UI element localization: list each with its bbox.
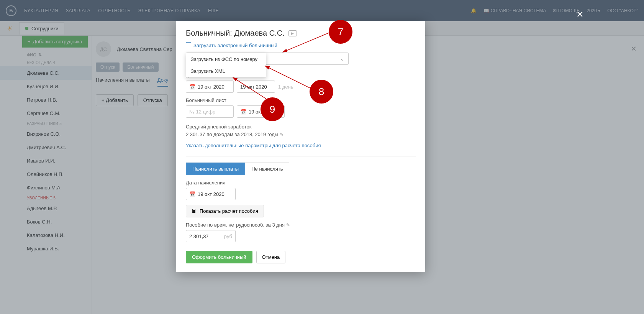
extra-params-link[interactable]: Указать дополнительные параметры для рас…	[186, 143, 321, 148]
avg-earnings-value: 2 301,37 по доходам за 2018, 2019 годы	[186, 132, 278, 137]
dialog-title: Больничный: Дюмаева С.С. ▶	[186, 29, 416, 38]
accrue-date-input[interactable]: 📅19 окт 2020	[186, 188, 236, 200]
divider	[186, 156, 416, 156]
benefit-amount-input[interactable]: 2 301,37руб	[186, 230, 236, 242]
chevron-down-icon: ⌄	[340, 56, 344, 62]
cancel-button[interactable]: Отмена	[256, 251, 286, 263]
submit-button[interactable]: Оформить больничный	[186, 251, 252, 263]
sheet-number-input[interactable]: № 12 цифр	[186, 105, 234, 118]
calendar-icon: 📅	[189, 191, 195, 197]
dd-load-xml[interactable]: Загрузить XML	[186, 65, 266, 77]
load-eln-row: Загрузить электронный больничный ⌄ Загру…	[186, 42, 416, 65]
calculator-icon: 🖩	[192, 208, 197, 214]
days-count: 1 день	[278, 84, 293, 90]
date-from-input[interactable]: 📅19 окт 2020	[186, 81, 234, 93]
accrue-date-label: Дата начисления	[186, 180, 416, 186]
edit-icon[interactable]: ✎	[286, 222, 290, 228]
load-dropdown: Загрузить из ФСС по номеру Загрузить XML	[186, 53, 266, 77]
dialog-close-icon[interactable]: ×	[577, 8, 583, 21]
sheet-label: Больничный лист	[186, 97, 416, 103]
edit-icon[interactable]: ✎	[280, 132, 283, 137]
avg-earnings-label: Средний дневной заработок	[186, 123, 416, 131]
load-eln-link[interactable]: Загрузить электронный больничный	[186, 42, 277, 48]
document-icon	[186, 42, 191, 48]
accrue-no-button[interactable]: Не начислять	[245, 163, 289, 175]
calendar-icon: 📅	[189, 84, 195, 90]
dd-load-fss[interactable]: Загрузить из ФСС по номеру	[186, 53, 266, 65]
video-icon[interactable]: ▶	[288, 30, 297, 36]
calendar-icon: 📅	[240, 109, 246, 115]
show-calc-button[interactable]: 🖩Показать расчет пособия	[186, 205, 264, 217]
accrue-yes-button[interactable]: Начислить выплаты	[186, 163, 245, 175]
benefit-label: Пособие по врем. нетрудоспособ. за 3 дня…	[186, 222, 416, 228]
accrue-segmented: Начислить выплаты Не начислять	[186, 163, 416, 175]
callout-8: 8	[310, 80, 333, 104]
callout-7: 7	[329, 20, 352, 44]
sickleave-dialog: Больничный: Дюмаева С.С. ▶ Загрузить эле…	[176, 21, 425, 272]
callout-9: 9	[261, 97, 284, 121]
date-to-input[interactable]: 19 окт 2020	[237, 81, 275, 93]
